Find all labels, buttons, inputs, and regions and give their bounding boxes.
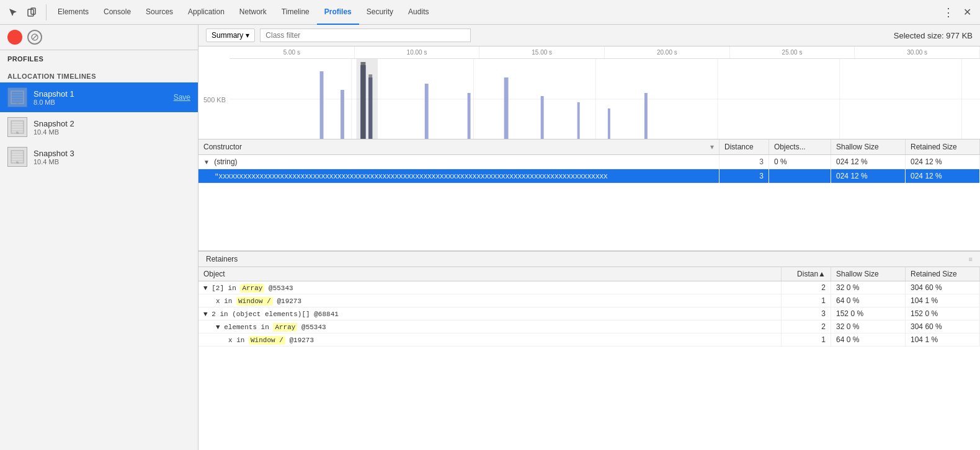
profiles-label: Profiles [0, 50, 198, 66]
device-icon[interactable] [24, 4, 40, 20]
main-content: Summary ▾ Selected size: 977 KB 5.00 s10… [198, 25, 980, 450]
snapshot-name-3: Snapshot 3 [33, 149, 190, 158]
svg-rect-41 [541, 96, 544, 139]
td-shallow: 024 12 % [831, 155, 906, 169]
retainers-header: Retainers ≡ [198, 252, 980, 267]
snapshot-item-2[interactable]: % Snapshot 2 10.4 MB [0, 112, 198, 142]
retainers-scrollbar-indicator: ≡ [969, 255, 973, 263]
snapshot-info-1: Snapshot 1 8.0 MB [33, 89, 167, 106]
td-ret-retained: 304 60 % [906, 320, 980, 333]
highlight-span: Window / [236, 297, 273, 306]
nav-tab-profiles[interactable]: Profiles [317, 0, 359, 25]
summary-select[interactable]: Summary ▾ [206, 29, 255, 42]
th-retained[interactable]: Retained Size [906, 139, 980, 155]
snapshot-name-1: Snapshot 1 [33, 89, 167, 99]
td-ret-distance: 3 [782, 307, 831, 320]
th-ret-retained[interactable]: Retained Size [906, 267, 980, 281]
timeline-chart[interactable] [229, 59, 980, 139]
summary-label: Summary [212, 31, 243, 40]
td-ret-shallow: 32 0 % [831, 281, 906, 294]
nav-tab-console[interactable]: Console [96, 0, 138, 25]
ruler-tick: 15.00 s [479, 46, 605, 58]
td-constructor: "XXXXXXXXXXXXXXXXXXXXXXXXXXXXXXXXXXXXXXX… [198, 169, 719, 183]
constructor-filter-icon[interactable]: ▾ [710, 143, 714, 151]
retainers-label: Retainers [206, 255, 238, 263]
nav-icons [5, 4, 47, 20]
table-row[interactable]: "XXXXXXXXXXXXXXXXXXXXXXXXXXXXXXXXXXXXXXX… [198, 169, 980, 183]
class-filter-input[interactable] [260, 29, 471, 42]
devtools-nav: ElementsConsoleSourcesApplicationNetwork… [0, 0, 980, 25]
record-button[interactable] [7, 30, 22, 45]
th-objects[interactable]: Objects... [769, 139, 831, 155]
snapshot-info-2: Snapshot 2 10.4 MB [33, 119, 190, 136]
constructor-table-area: Constructor ▾ Distance Objects... Shallo… [198, 139, 980, 251]
nav-tab-application[interactable]: Application [180, 0, 232, 25]
timeline-ruler: 5.00 s10.00 s15.00 s20.00 s25.00 s30.00 … [229, 46, 980, 59]
table-row[interactable]: ▼ [2] in Array @55343 2 32 0 % 304 60 % [198, 281, 980, 294]
td-ret-shallow: 152 0 % [831, 307, 906, 320]
td-ret-object: ▼ 2 in (object elements)[] @68841 [198, 307, 782, 320]
highlight-span: Array [240, 284, 264, 293]
th-shallow[interactable]: Shallow Size [831, 139, 906, 155]
td-ret-object: ▼ elements in Array @55343 [198, 320, 782, 333]
nav-tab-timeline[interactable]: Timeline [274, 0, 317, 25]
td-retained: 024 12 % [906, 169, 980, 183]
th-ret-object: Object [198, 267, 782, 281]
svg-rect-36 [361, 62, 366, 139]
td-ret-object: x in Window / @19273 [198, 333, 782, 346]
more-options-icon[interactable]: ⋮ [940, 4, 956, 20]
snapshot-item-1[interactable]: % Snapshot 1 8.0 MB Save [0, 82, 198, 112]
svg-rect-29 [320, 71, 324, 139]
nav-tab-network[interactable]: Network [232, 0, 274, 25]
nav-tab-security[interactable]: Security [359, 0, 401, 25]
th-ret-shallow[interactable]: Shallow Size [831, 267, 906, 281]
snapshot-size-1: 8.0 MB [33, 99, 167, 106]
snapshot-icon-3: % [7, 147, 27, 167]
td-ret-distance: 2 [782, 320, 831, 333]
ruler-tick: 25.00 s [730, 46, 855, 58]
table-row[interactable]: ▼ 2 in (object elements)[] @68841 3 152 … [198, 307, 980, 320]
table-row[interactable]: ▼ (string) 3 0 % 024 12 % 024 12 % [198, 155, 980, 169]
sidebar: Profiles ALLOCATION TIMELINES % Snapshot… [0, 25, 198, 450]
td-objects [769, 169, 831, 183]
snapshot-info-3: Snapshot 3 10.4 MB [33, 149, 190, 165]
svg-rect-30 [341, 90, 344, 139]
svg-text:%: % [16, 131, 19, 135]
svg-text:%: % [16, 101, 19, 105]
save-link[interactable]: Save [174, 93, 190, 102]
snapshot-list: % Snapshot 1 8.0 MB Save % Snapshot 2 10… [0, 82, 198, 172]
td-ret-distance: 1 [782, 294, 831, 307]
timeline-y-label: 500 KB [198, 96, 229, 104]
nav-tab-sources[interactable]: Sources [138, 0, 180, 25]
svg-rect-44 [644, 93, 648, 139]
table-row[interactable]: x in Window / @19273 1 64 0 % 104 1 % [198, 294, 980, 307]
svg-rect-40 [504, 77, 509, 139]
highlight-span: Array [273, 323, 297, 332]
stop-button[interactable] [27, 30, 42, 45]
td-ret-retained: 104 1 % [906, 294, 980, 307]
th-constructor: Constructor ▾ [198, 139, 719, 155]
svg-rect-39 [468, 93, 471, 139]
table-row[interactable]: ▼ elements in Array @55343 2 32 0 % 304 … [198, 320, 980, 333]
nav-tabs: ElementsConsoleSourcesApplicationNetwork… [50, 0, 436, 25]
summary-dropdown-icon: ▾ [246, 31, 249, 40]
content-toolbar: Summary ▾ Selected size: 977 KB [198, 25, 980, 46]
td-ret-retained: 152 0 % [906, 307, 980, 320]
cursor-icon[interactable] [5, 4, 21, 20]
nav-tab-audits[interactable]: Audits [401, 0, 436, 25]
snapshot-icon-1: % [7, 87, 27, 107]
selected-size-label: Selected size: 977 KB [894, 31, 973, 40]
snapshot-item-3[interactable]: % Snapshot 3 10.4 MB [0, 142, 198, 172]
expand-icon[interactable]: ▼ [203, 159, 210, 165]
main-layout: Profiles ALLOCATION TIMELINES % Snapshot… [0, 25, 980, 450]
timeline-area: 5.00 s10.00 s15.00 s20.00 s25.00 s30.00 … [198, 46, 980, 139]
ruler-tick: 5.00 s [229, 46, 355, 58]
th-ret-distance[interactable]: Distan▲ [782, 267, 831, 281]
nav-tab-elements[interactable]: Elements [50, 0, 96, 25]
table-row[interactable]: x in Window / @19273 1 64 0 % 104 1 % [198, 333, 980, 346]
svg-text:%: % [16, 161, 19, 164]
td-ret-retained: 104 1 % [906, 333, 980, 346]
th-distance[interactable]: Distance [719, 139, 769, 155]
td-objects: 0 % [769, 155, 831, 169]
close-icon[interactable]: ✕ [959, 4, 975, 20]
